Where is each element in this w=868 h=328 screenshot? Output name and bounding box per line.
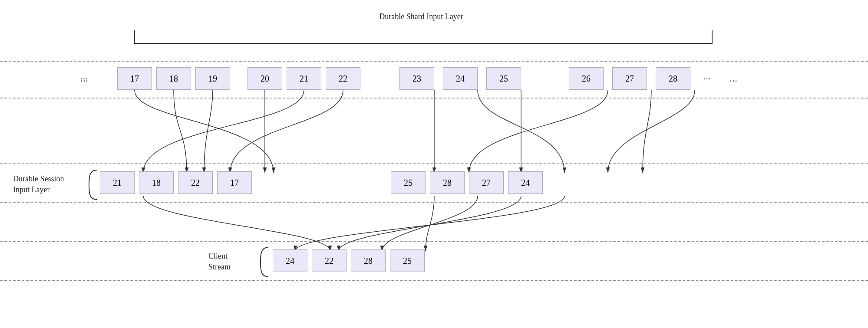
shard-cell-25: 25 bbox=[486, 67, 521, 90]
client-cell-22: 22 bbox=[312, 249, 347, 272]
shard-ellipsis-right: ... bbox=[703, 71, 711, 82]
client-brace-svg bbox=[256, 246, 269, 278]
diagram-container: Durable Shard Input Layer ... ... bbox=[0, 0, 868, 328]
shard-cell-17: 17 bbox=[117, 67, 152, 90]
shard-cell-18: 18 bbox=[156, 67, 191, 90]
dashed-line-6 bbox=[0, 280, 868, 281]
client-cell-25: 25 bbox=[390, 249, 425, 272]
shard-cell-19: 19 bbox=[195, 67, 230, 90]
session-cell-22: 22 bbox=[178, 171, 213, 194]
shard-cell-24: 24 bbox=[443, 67, 478, 90]
session-cell-17: 17 bbox=[217, 171, 252, 194]
session-cell-27: 27 bbox=[469, 171, 504, 194]
shard-ellipsis-left: ... bbox=[80, 71, 88, 82]
session-cell-28: 28 bbox=[430, 171, 465, 194]
shard-cell-23: 23 bbox=[399, 67, 434, 90]
shard-cell-22: 22 bbox=[326, 67, 360, 90]
session-cell-25: 25 bbox=[391, 171, 426, 194]
shard-cell-26: 26 bbox=[569, 67, 604, 90]
session-layer-label: Durable SessionInput Layer bbox=[13, 174, 78, 195]
client-layer-label: ClientStream bbox=[208, 251, 252, 272]
dashed-line-1 bbox=[0, 61, 868, 62]
session-cell-18: 18 bbox=[139, 171, 174, 194]
shard-cell-20: 20 bbox=[248, 67, 282, 90]
session-cell-24: 24 bbox=[508, 171, 543, 194]
session-cell-21: 21 bbox=[100, 171, 135, 194]
dashed-line-3 bbox=[0, 163, 868, 164]
shard-cell-28: 28 bbox=[656, 67, 690, 90]
dashed-line-4 bbox=[0, 202, 868, 203]
shard-cell-21: 21 bbox=[287, 67, 321, 90]
session-brace-svg bbox=[85, 169, 98, 200]
shard-layer-label: Durable Shard Input Layer bbox=[130, 12, 712, 21]
svg-text:...: ... bbox=[729, 72, 737, 84]
dashed-line-5 bbox=[0, 241, 868, 242]
shard-cell-27: 27 bbox=[612, 67, 647, 90]
dashed-line-2 bbox=[0, 98, 868, 98]
arrows-svg: ... ... bbox=[0, 0, 868, 328]
client-cell-28: 28 bbox=[351, 249, 386, 272]
client-cell-24: 24 bbox=[273, 249, 307, 272]
